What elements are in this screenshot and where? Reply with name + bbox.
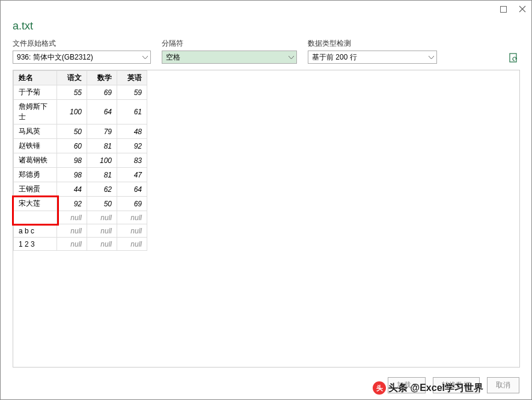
table-row[interactable]: 马凤英507948 (14, 125, 147, 139)
detect-label: 数据类型检测 (308, 38, 437, 49)
cell-value: 98 (57, 168, 87, 182)
chevron-down-icon (142, 53, 148, 61)
cell-value: 69 (117, 197, 147, 211)
table-row[interactable]: 于予菊556959 (14, 85, 147, 100)
cell-name: 于予菊 (14, 85, 57, 100)
cell-value: 100 (87, 153, 117, 168)
delimiter-value: 空格 (166, 52, 180, 63)
cell-value: 64 (87, 100, 117, 125)
chevron-down-icon: ▾ (413, 381, 417, 389)
options-row: 文件原始格式 936: 简体中文(GB2312) 分隔符 空格 数据类型检测 基… (13, 38, 519, 64)
maximize-icon[interactable] (499, 5, 507, 13)
table-row[interactable]: 赵铁锤608192 (14, 139, 147, 153)
cell-value: 81 (87, 168, 117, 182)
col-header-chinese[interactable]: 语文 (57, 71, 87, 85)
cell-value: 64 (117, 182, 147, 197)
cell-value: 55 (57, 85, 87, 100)
cell-value: 79 (87, 125, 117, 139)
cell-name: 诸葛钢铁 (14, 153, 57, 168)
cell-value: 61 (117, 100, 147, 125)
table-row[interactable]: 诸葛钢铁9810083 (14, 153, 147, 168)
cell-value: 59 (117, 85, 147, 100)
cell-value: null (117, 211, 147, 224)
cell-value: 50 (87, 197, 117, 211)
origin-label: 文件原始格式 (13, 38, 151, 49)
load-button[interactable]: 加载 ▾ (388, 377, 426, 393)
cell-value: 98 (57, 153, 87, 168)
watermark-badge: 头 (373, 381, 386, 395)
cell-name: 詹姆斯下士 (14, 100, 57, 125)
table-row[interactable]: 王钢蛋446264 (14, 182, 147, 197)
cell-name (14, 211, 57, 224)
delimiter-label: 分隔符 (162, 38, 297, 49)
preview-pane: 姓名 语文 数学 英语 于予菊556959詹姆斯下士1006461马凤英5079… (13, 70, 520, 368)
cell-value: 81 (87, 139, 117, 153)
cell-value: 47 (117, 168, 147, 182)
cell-value: null (87, 238, 117, 251)
cell-name: 1 2 3 (14, 238, 57, 251)
cell-name: 郑德勇 (14, 168, 57, 182)
cancel-button[interactable]: 取消 (487, 377, 519, 393)
cell-value: null (57, 211, 87, 224)
data-table: 姓名 语文 数学 英语 于予菊556959詹姆斯下士1006461马凤英5079… (13, 70, 147, 251)
table-row[interactable]: 詹姆斯下士1006461 (14, 100, 147, 125)
cell-value: null (117, 224, 147, 238)
cell-name: 宋大莲 (14, 197, 57, 211)
cell-name: 赵铁锤 (14, 139, 57, 153)
table-row[interactable]: 郑德勇988147 (14, 168, 147, 182)
col-header-name[interactable]: 姓名 (14, 71, 57, 85)
cell-name: 马凤英 (14, 125, 57, 139)
cell-name: a b c (14, 224, 57, 238)
cell-value: null (57, 224, 87, 238)
table-row[interactable]: nullnullnull (14, 211, 147, 224)
chevron-down-icon (289, 53, 294, 61)
origin-value: 936: 简体中文(GB2312) (17, 52, 93, 63)
cell-value: 50 (57, 125, 87, 139)
cell-value: 60 (57, 139, 87, 153)
cell-value: 69 (87, 85, 117, 100)
table-row[interactable]: a b cnullnullnull (14, 224, 147, 238)
table-row[interactable]: 1 2 3nullnullnull (14, 238, 147, 251)
cell-value: 62 (87, 182, 117, 197)
cell-value: null (117, 238, 147, 251)
cell-value: null (57, 238, 87, 251)
file-title: a.txt (13, 20, 519, 32)
detect-dropdown[interactable]: 基于前 200 行 (308, 51, 437, 64)
cell-value: null (87, 224, 117, 238)
transform-button[interactable]: 转换数据 (433, 377, 480, 393)
cell-value: null (87, 211, 117, 224)
cell-value: 92 (57, 197, 87, 211)
cell-value: 83 (117, 153, 147, 168)
cell-value: 92 (117, 139, 147, 153)
cell-name: 王钢蛋 (14, 182, 57, 197)
cell-value: 44 (57, 182, 87, 197)
chevron-down-icon (429, 53, 434, 61)
svg-rect-0 (500, 6, 506, 12)
origin-dropdown[interactable]: 936: 简体中文(GB2312) (13, 51, 151, 64)
cell-value: 48 (117, 125, 147, 139)
title-bar (1, 1, 531, 17)
close-icon[interactable] (518, 5, 527, 13)
cell-value: 100 (57, 100, 87, 125)
dialog-footer: 加载 ▾ 转换数据 取消 (388, 377, 519, 393)
detect-value: 基于前 200 行 (312, 52, 357, 63)
delimiter-dropdown[interactable]: 空格 (162, 51, 297, 64)
refresh-icon[interactable] (507, 52, 519, 64)
col-header-math[interactable]: 数学 (87, 71, 117, 85)
col-header-english[interactable]: 英语 (117, 71, 147, 85)
table-row[interactable]: 宋大莲925069 (14, 197, 147, 211)
